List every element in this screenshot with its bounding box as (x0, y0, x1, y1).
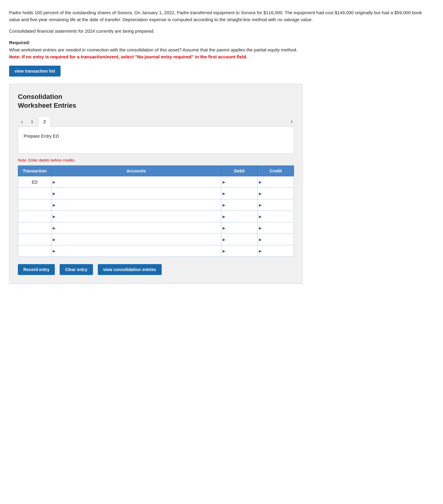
credit-arrow-6: ▶ (259, 249, 262, 253)
transaction-cell-2 (18, 199, 51, 211)
credit-cell-3[interactable]: ▶ (258, 211, 294, 222)
credit-arrow-5: ▶ (259, 237, 262, 242)
debit-arrow-4: ▶ (223, 226, 225, 230)
table-row: ▶▶▶ (18, 188, 294, 199)
credit-arrow-1: ▶ (259, 191, 262, 196)
credit-cell-6[interactable]: ▶ (258, 245, 294, 257)
credit-cell-1[interactable]: ▶ (258, 188, 294, 199)
account-cell-1[interactable]: ▶ (51, 188, 221, 199)
debit-cell-3[interactable]: ▶ (221, 211, 258, 222)
credit-input-0[interactable] (262, 180, 293, 185)
header-accounts: Accounts (51, 166, 221, 176)
tab-prev-arrow[interactable]: ‹ (18, 117, 26, 126)
tabs-row: ‹ 1 2 › (18, 116, 294, 126)
credit-input-3[interactable] (262, 214, 293, 219)
table-row: ED▶▶▶ (18, 176, 294, 188)
account-input-4[interactable] (57, 226, 220, 231)
tab-1[interactable]: 1 (26, 116, 38, 126)
worksheet-title: Consolidation Worksheet Entries (18, 93, 294, 110)
debit-input-3[interactable] (226, 214, 256, 219)
required-label: Required: (9, 40, 434, 45)
debit-input-2[interactable] (226, 203, 256, 208)
header-credit: Credit (258, 166, 294, 176)
debit-arrow-3: ▶ (223, 214, 225, 219)
debit-arrow-5: ▶ (223, 237, 225, 242)
account-input-1[interactable] (57, 191, 220, 196)
required-body: What worksheet entries are needed in con… (9, 46, 434, 61)
debit-input-0[interactable] (226, 180, 256, 185)
required-section: Required: What worksheet entries are nee… (9, 40, 434, 61)
table-row: ▶▶▶ (18, 245, 294, 257)
account-dropdown-arrow-4[interactable]: ▶ (53, 226, 55, 230)
account-cell-4[interactable]: ▶ (51, 222, 221, 234)
credit-cell-4[interactable]: ▶ (258, 222, 294, 234)
tab-content-label: Prepare Entry ED (24, 133, 288, 139)
tab-2[interactable]: 2 (38, 116, 51, 127)
worksheet-title-line2: Worksheet Entries (18, 102, 76, 109)
debit-arrow-1: ▶ (223, 191, 225, 196)
transaction-cell-6 (18, 245, 51, 257)
account-input-2[interactable] (57, 203, 220, 208)
account-input-0[interactable] (57, 180, 220, 185)
view-consolidation-entries-button[interactable]: view consolidation entries (98, 264, 162, 275)
required-body-text: What worksheet entries are needed in con… (9, 47, 297, 52)
table-row: ▶▶▶ (18, 211, 294, 222)
debit-cell-1[interactable]: ▶ (221, 188, 258, 199)
account-dropdown-arrow-3[interactable]: ▶ (53, 214, 55, 219)
table-row: ▶▶▶ (18, 222, 294, 234)
account-cell-3[interactable]: ▶ (51, 211, 221, 222)
credit-input-6[interactable] (262, 249, 293, 254)
credit-input-2[interactable] (262, 203, 293, 208)
account-dropdown-arrow-5[interactable]: ▶ (53, 237, 55, 242)
debit-input-4[interactable] (226, 226, 256, 231)
table-row: ▶▶▶ (18, 199, 294, 211)
debit-input-1[interactable] (226, 191, 256, 196)
bottom-buttons: Record entry Clear entry view consolidat… (18, 264, 294, 275)
credit-cell-0[interactable]: ▶ (258, 176, 294, 188)
debit-cell-5[interactable]: ▶ (221, 234, 258, 245)
transaction-cell-1 (18, 188, 51, 199)
view-transaction-btn-container: view transaction list (9, 66, 434, 77)
note-debits: Note: Enter debits before credits. (18, 158, 294, 162)
account-input-3[interactable] (57, 214, 220, 219)
worksheet-container: Consolidation Worksheet Entries ‹ 1 2 › … (9, 84, 303, 284)
transaction-cell-3 (18, 211, 51, 222)
header-debit: Debit (221, 166, 258, 176)
credit-cell-2[interactable]: ▶ (258, 199, 294, 211)
intro-section: Padre holds 100 percent of the outstandi… (9, 9, 434, 34)
debit-input-5[interactable] (226, 237, 256, 242)
credit-input-4[interactable] (262, 226, 293, 231)
credit-cell-5[interactable]: ▶ (258, 234, 294, 245)
account-cell-2[interactable]: ▶ (51, 199, 221, 211)
tab-content-area: Prepare Entry ED (18, 126, 294, 154)
credit-arrow-0: ▶ (259, 180, 262, 184)
debit-cell-6[interactable]: ▶ (221, 245, 258, 257)
debit-arrow-2: ▶ (223, 203, 225, 207)
account-dropdown-arrow-1[interactable]: ▶ (53, 191, 55, 196)
worksheet-title-line1: Consolidation (18, 93, 62, 100)
clear-entry-button[interactable]: Clear entry (60, 264, 93, 275)
table-row: ▶▶▶ (18, 234, 294, 245)
debit-cell-2[interactable]: ▶ (221, 199, 258, 211)
debit-cell-4[interactable]: ▶ (221, 222, 258, 234)
account-dropdown-arrow-0[interactable]: ▶ (53, 180, 55, 184)
account-cell-6[interactable]: ▶ (51, 245, 221, 257)
account-input-6[interactable] (57, 249, 220, 254)
debit-cell-0[interactable]: ▶ (221, 176, 258, 188)
entry-table: Transaction Accounts Debit Credit ED▶▶▶▶… (18, 165, 294, 257)
intro-paragraph1: Padre holds 100 percent of the outstandi… (9, 9, 434, 23)
account-dropdown-arrow-6[interactable]: ▶ (53, 249, 55, 253)
credit-input-5[interactable] (262, 237, 293, 242)
transaction-cell-0: ED (18, 176, 51, 188)
record-entry-button[interactable]: Record entry (18, 264, 55, 275)
account-input-5[interactable] (57, 237, 220, 242)
transaction-cell-5 (18, 234, 51, 245)
credit-arrow-2: ▶ (259, 203, 262, 207)
debit-input-6[interactable] (226, 249, 256, 254)
credit-input-1[interactable] (262, 191, 293, 196)
tab-next-arrow[interactable]: › (289, 116, 294, 126)
account-cell-5[interactable]: ▶ (51, 234, 221, 245)
view-transaction-list-button[interactable]: view transaction list (9, 66, 61, 77)
account-cell-0[interactable]: ▶ (51, 176, 221, 188)
account-dropdown-arrow-2[interactable]: ▶ (53, 203, 55, 207)
